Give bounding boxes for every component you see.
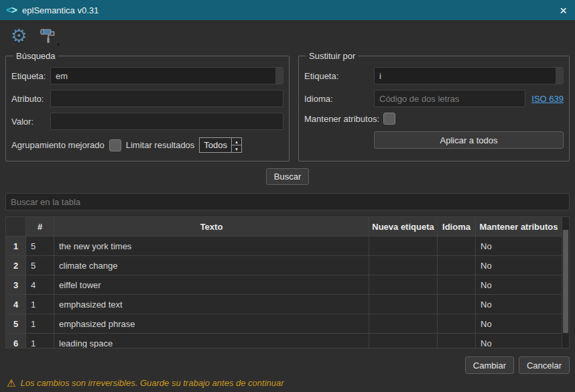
table-row[interactable]: 15the new york timesNo — [6, 237, 562, 256]
table-search-wrap — [0, 185, 575, 210]
table-cell[interactable]: No — [476, 237, 562, 256]
sustituir-apply-row: Aplicar a todos — [304, 131, 564, 149]
mantener-atributos-label: Mantener atributos: — [304, 114, 379, 124]
table-cell[interactable]: 1 — [26, 295, 54, 314]
table-cell[interactable] — [438, 334, 476, 349]
busqueda-etiqueta-row: Etiqueta: — [11, 67, 283, 84]
table-cell[interactable]: emphasized text — [54, 295, 369, 314]
table-cell[interactable] — [369, 237, 438, 256]
column-header--[interactable]: # — [26, 217, 54, 237]
table-cell[interactable] — [438, 295, 476, 314]
vertical-scrollbar[interactable] — [562, 216, 570, 348]
table-cell[interactable] — [369, 256, 438, 275]
table-header-row: #TextoNueva etiquetaIdiomaMantener atrib… — [6, 217, 562, 237]
app-logo-icon: <> — [6, 4, 17, 16]
sustituir-title: Sustituir por — [306, 51, 358, 61]
table-cell[interactable]: No — [476, 295, 562, 314]
row-header: 3 — [6, 275, 26, 295]
close-button[interactable]: × — [558, 4, 569, 17]
column-header-mantener-atributos[interactable]: Mantener atributos — [476, 217, 562, 237]
table-cell[interactable] — [369, 295, 438, 314]
table-cell[interactable]: No — [476, 314, 562, 334]
buscar-button[interactable]: Buscar — [266, 168, 309, 185]
table-corner — [6, 217, 26, 237]
settings-button[interactable]: ⚙ — [7, 24, 31, 48]
busqueda-atributo-input[interactable] — [50, 90, 283, 107]
busqueda-valor-input[interactable] — [50, 113, 283, 130]
scrollbar-thumb[interactable] — [563, 230, 568, 333]
table-cell[interactable]: 5 — [26, 237, 54, 256]
sustituir-idioma-input[interactable] — [374, 90, 525, 107]
table-cell[interactable]: eiffel tower — [54, 275, 369, 295]
table-row[interactable]: 61leading spaceNo — [6, 334, 562, 349]
results-grid: #TextoNueva etiquetaIdiomaMantener atrib… — [5, 216, 562, 348]
table-row[interactable]: 41emphasized textNo — [6, 295, 562, 314]
table-cell[interactable]: the new york times — [54, 237, 369, 256]
table-cell[interactable] — [369, 275, 438, 295]
table-search-input[interactable] — [5, 193, 570, 210]
spin-up-button[interactable]: ▲ — [232, 138, 241, 145]
spin-up-icon: ▲ — [235, 139, 239, 144]
table-row[interactable]: 25climate changeNo — [6, 256, 562, 275]
app-logo-left-chevron: < — [6, 4, 11, 16]
spin-down-button[interactable]: ▼ — [232, 145, 241, 152]
sustituir-etiqueta-shell — [374, 67, 564, 84]
table-row[interactable]: 51emphasized phraseNo — [6, 314, 562, 334]
busqueda-etiqueta-label: Etiqueta: — [11, 71, 50, 81]
warning-text: Los cambios son irreversibles. Guarde su… — [20, 378, 283, 388]
sustituir-etiqueta-input[interactable] — [374, 67, 564, 84]
table-cell[interactable] — [369, 334, 438, 349]
warning-icon: ⚠ — [7, 378, 15, 388]
form-groups: Búsqueda Etiqueta: Atributo: Valor: Agru… — [0, 51, 575, 161]
table-cell[interactable] — [438, 256, 476, 275]
toolbar: ⚙ ▾ — [0, 20, 575, 51]
table-cell[interactable]: 1 — [26, 334, 54, 349]
table-cell[interactable] — [438, 275, 476, 295]
limitar-label: Limitar resultados — [126, 140, 195, 150]
column-header-nueva-etiqueta[interactable]: Nueva etiqueta — [369, 217, 438, 237]
table-cell[interactable]: No — [476, 334, 562, 349]
sustituir-groupbox: Sustituir por Etiqueta: Idioma: ISO 639 … — [298, 51, 570, 161]
format-tool-button[interactable]: ▾ — [36, 24, 60, 48]
busqueda-etiqueta-input[interactable] — [50, 67, 283, 84]
row-header: 4 — [6, 295, 26, 314]
table-cell[interactable] — [438, 314, 476, 334]
window-title: eplSemantica v0.31 — [22, 5, 99, 15]
table-cell[interactable]: No — [476, 275, 562, 295]
row-header: 2 — [6, 256, 26, 275]
table-cell[interactable]: No — [476, 256, 562, 275]
table-cell[interactable]: 5 — [26, 256, 54, 275]
cambiar-button[interactable]: Cambiar — [465, 356, 514, 374]
table-cell[interactable] — [369, 314, 438, 334]
limitar-spinbox[interactable]: Todos ▲ ▼ — [199, 137, 242, 153]
sustituir-idioma-row: Idioma: ISO 639 — [304, 90, 564, 107]
titlebar[interactable]: <> eplSemantica v0.31 × — [0, 0, 575, 20]
table-cell[interactable]: emphasized phrase — [54, 314, 369, 334]
table-cell[interactable]: climate change — [54, 256, 369, 275]
table-cell[interactable]: leading space — [54, 334, 369, 349]
mantener-atributos-checkbox[interactable] — [383, 113, 395, 125]
gear-icon: ⚙ — [10, 27, 27, 46]
sustituir-mantener-row: Mantener atributos: — [304, 113, 564, 125]
row-header: 6 — [6, 334, 26, 349]
sustituir-etiqueta-label: Etiqueta: — [304, 71, 374, 81]
app-logo-right-chevron: > — [11, 4, 17, 16]
agrupamiento-label: Agrupamiento mejorado — [11, 140, 105, 150]
apply-row-spacer — [304, 131, 374, 149]
table-cell[interactable]: 1 — [26, 314, 54, 334]
busqueda-atributo-row: Atributo: — [11, 90, 283, 107]
input-edge-decoration — [556, 68, 563, 84]
cancelar-button[interactable]: Cancelar — [519, 356, 570, 374]
table-cell[interactable]: 4 — [26, 275, 54, 295]
column-header-idioma[interactable]: Idioma — [438, 217, 476, 237]
table-row[interactable]: 34eiffel towerNo — [6, 275, 562, 295]
aplicar-a-todos-button[interactable]: Aplicar a todos — [374, 131, 564, 149]
footer-actions: Cambiar Cancelar — [0, 348, 575, 374]
iso-639-link[interactable]: ISO 639 — [531, 94, 564, 104]
sustituir-idioma-label: Idioma: — [304, 94, 374, 104]
column-header-texto[interactable]: Texto — [54, 217, 369, 237]
table-cell[interactable] — [438, 237, 476, 256]
dropdown-caret-icon: ▾ — [57, 42, 60, 48]
close-icon: × — [560, 3, 567, 17]
agrupamiento-checkbox[interactable] — [109, 139, 121, 151]
